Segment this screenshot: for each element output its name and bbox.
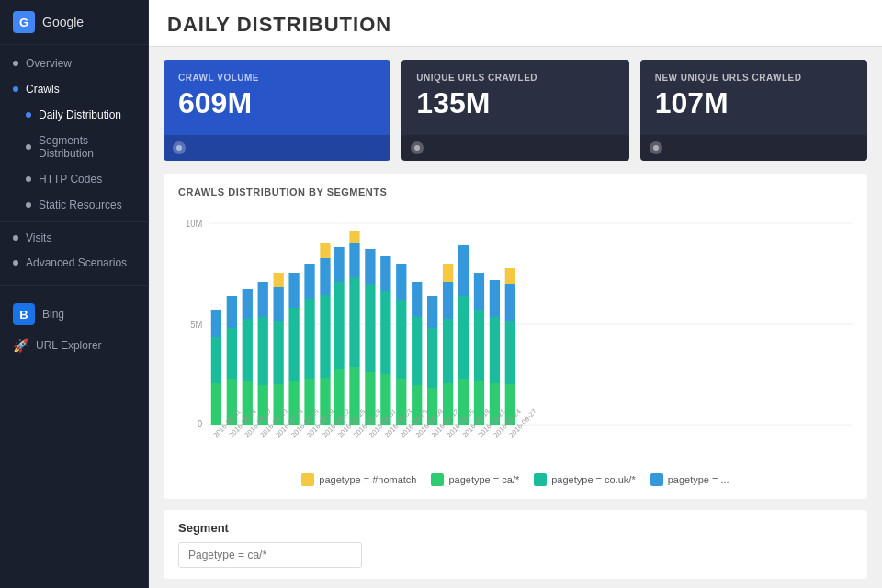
new-unique-label: NEW UNIQUE URLS CRAWLED	[655, 73, 853, 83]
dot-overview	[13, 61, 18, 66]
svg-text:10M: 10M	[186, 219, 202, 229]
svg-rect-20	[274, 287, 284, 321]
svg-rect-8	[211, 310, 221, 337]
svg-rect-60	[458, 296, 469, 379]
svg-rect-56	[443, 319, 453, 383]
svg-rect-47	[396, 300, 406, 379]
svg-rect-45	[380, 256, 390, 291]
dot-daily	[26, 112, 31, 118]
svg-rect-7	[211, 337, 221, 383]
svg-rect-21	[274, 273, 284, 287]
sidebar-item-visits[interactable]: Visits	[0, 226, 148, 250]
svg-rect-39	[349, 231, 359, 243]
svg-rect-53	[427, 328, 437, 388]
dot-http	[26, 176, 31, 182]
legend-color-pagetype	[650, 473, 663, 486]
page-title: DAILY DISTRIBUTION	[167, 13, 864, 37]
svg-rect-16	[258, 317, 268, 385]
svg-text:5M: 5M	[190, 320, 202, 330]
svg-rect-42	[365, 249, 375, 284]
svg-rect-48	[396, 264, 406, 300]
svg-rect-41	[365, 284, 375, 372]
svg-rect-26	[304, 299, 314, 379]
legend-label-pagetype: pagetype = ...	[668, 474, 729, 485]
sidebar-item-http-label: HTTP Codes	[39, 173, 102, 186]
sidebar-item-daily-distribution[interactable]: Daily Distribution	[0, 102, 148, 128]
svg-rect-61	[458, 245, 469, 296]
sidebar-item-crawls-label: Crawls	[26, 83, 60, 96]
stat-card-crawl-volume: CRAWL VOLUME 609M	[164, 60, 390, 161]
sidebar-divider-1	[0, 221, 148, 222]
svg-rect-23	[288, 308, 299, 381]
svg-rect-30	[320, 258, 330, 295]
svg-rect-64	[474, 273, 484, 310]
stat-cards: CRAWL VOLUME 609M UNIQUE URLS CRAWLED 13…	[149, 47, 882, 174]
sidebar-item-http-codes[interactable]: HTTP Codes	[0, 166, 148, 192]
sidebar: G Google Overview Crawls Daily Distribut…	[0, 0, 149, 588]
sidebar-nav: Overview Crawls Daily Distribution Segme…	[0, 45, 148, 281]
sidebar-item-bing[interactable]: B Bing	[0, 297, 148, 332]
svg-rect-57	[443, 282, 453, 319]
unique-urls-footer	[401, 135, 628, 161]
crawl-volume-value: 609M	[178, 86, 376, 120]
svg-rect-67	[490, 280, 500, 317]
svg-rect-69	[505, 321, 515, 384]
unique-urls-value: 135M	[416, 86, 614, 120]
segment-input[interactable]	[178, 542, 362, 568]
dot-segments	[26, 144, 31, 150]
legend-couk: pagetype = co.uk/*	[534, 473, 635, 486]
footer-dot-1	[173, 141, 186, 154]
bing-icon: B	[13, 303, 35, 325]
svg-rect-70	[505, 284, 515, 321]
stat-card-unique-urls: UNIQUE URLS CRAWLED 135M	[401, 60, 628, 161]
svg-rect-37	[349, 277, 359, 367]
dot-crawls	[13, 86, 18, 92]
rocket-icon: 🚀	[13, 338, 28, 353]
legend-label-ca: pagetype = ca/*	[448, 474, 519, 485]
svg-rect-13	[243, 319, 253, 381]
chart-container: 10M 5M 0	[178, 209, 853, 466]
sidebar-item-visits-label: Visits	[26, 232, 51, 244]
svg-rect-54	[427, 296, 437, 328]
chart-svg: 10M 5M 0	[178, 209, 853, 466]
svg-rect-35	[334, 247, 344, 282]
sidebar-item-advanced-label: Advanced Scenarios	[26, 256, 127, 269]
sidebar-item-advanced-scenarios[interactable]: Advanced Scenarios	[0, 250, 148, 276]
sidebar-item-url-explorer[interactable]: 🚀 URL Explorer	[0, 332, 148, 359]
sidebar-item-daily-label: Daily Distribution	[39, 108, 121, 121]
sidebar-item-segments-label: Segments Distribution	[39, 134, 135, 160]
sidebar-item-overview[interactable]: Overview	[0, 51, 148, 76]
sidebar-item-static-resources[interactable]: Static Resources	[0, 192, 148, 218]
sidebar-item-segments-distribution[interactable]: Segments Distribution	[0, 128, 148, 166]
svg-rect-17	[258, 282, 268, 317]
legend-color-nomatch	[301, 473, 314, 486]
svg-rect-10	[227, 328, 237, 379]
brand[interactable]: G Google	[0, 0, 148, 45]
legend-ca: pagetype = ca/*	[431, 473, 519, 486]
sidebar-divider-2	[0, 285, 148, 286]
new-unique-footer	[640, 135, 867, 161]
dot-static	[26, 202, 31, 208]
svg-rect-58	[443, 264, 453, 282]
sidebar-item-static-label: Static Resources	[39, 198, 122, 211]
sidebar-item-crawls[interactable]: Crawls	[0, 76, 148, 102]
brand-icon: G	[13, 11, 35, 33]
svg-rect-31	[320, 243, 330, 258]
sidebar-item-overview-label: Overview	[26, 57, 72, 70]
crawl-volume-label: CRAWL VOLUME	[178, 73, 376, 83]
footer-dot-3	[650, 141, 662, 154]
svg-rect-66	[490, 317, 500, 383]
svg-rect-34	[334, 282, 344, 369]
legend-nomatch: pagetype = #nomatch	[301, 473, 416, 486]
main-content: DAILY DISTRIBUTION CRAWL VOLUME 609M UNI…	[149, 0, 882, 588]
svg-rect-50	[412, 317, 422, 385]
segment-section: Segment	[164, 510, 867, 579]
legend-pagetype: pagetype = ...	[650, 473, 729, 486]
unique-urls-label: UNIQUE URLS CRAWLED	[416, 73, 614, 83]
chart-section: CRAWLS DISTRIBUTION BY SEGMENTS 10M 5M 0	[164, 174, 867, 499]
svg-rect-63	[474, 310, 484, 381]
crawl-volume-footer	[164, 135, 390, 161]
legend-label-couk: pagetype = co.uk/*	[551, 474, 635, 485]
dot-advanced	[13, 260, 18, 266]
legend-label-nomatch: pagetype = #nomatch	[319, 474, 416, 485]
